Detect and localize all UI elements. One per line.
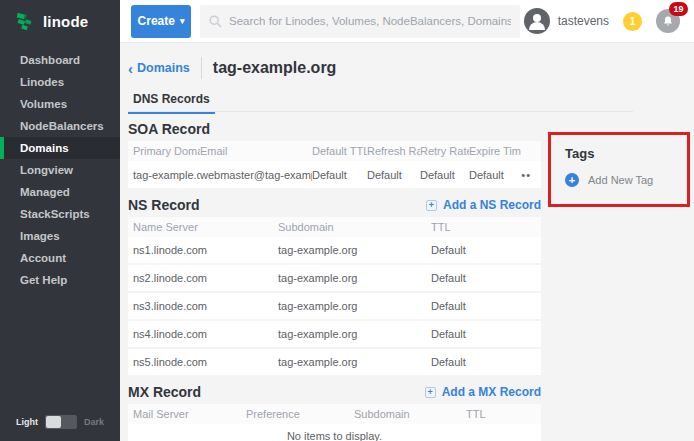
sidebar-item-managed[interactable]: Managed [0, 181, 120, 203]
soa-col-primary-domain: Primary Domain [133, 141, 200, 161]
breadcrumb: ‹ Domains tag-example.org [128, 55, 694, 81]
linode-logo-text: linode [43, 13, 88, 30]
ns-section-title: NS Record [128, 197, 200, 213]
ns-ttl-value: Default [431, 293, 541, 319]
mx-col-preference: Preference [246, 404, 354, 424]
ns-table-row: ns4.linode.com tag-example.org Default [128, 321, 541, 349]
topbar: Create ▾ tastevens 1 19 [120, 0, 694, 43]
soa-col-default-ttl: Default TTL [312, 141, 367, 161]
add-ns-record-label: Add a NS Record [443, 198, 541, 212]
chevron-left-icon: ‹ [128, 61, 133, 76]
search-input[interactable] [229, 15, 511, 27]
events-badge[interactable]: 1 [623, 12, 642, 31]
chevron-down-icon: ▾ [180, 17, 185, 26]
sidebar-item-stackscripts[interactable]: StackScripts [0, 203, 120, 225]
ns-name-server-value: ns3.linode.com [133, 293, 278, 319]
ns-subdomain-value: tag-example.org [278, 293, 431, 319]
sidebar-item-images[interactable]: Images [0, 225, 120, 247]
main-content: ‹ Domains tag-example.org DNS Records SO… [120, 43, 694, 441]
ns-subdomain-value: tag-example.org [278, 321, 431, 347]
ns-table-header: Name Server Subdomain TTL [128, 217, 541, 237]
ns-ttl-value: Default [431, 237, 541, 263]
ns-subdomain-value: tag-example.org [278, 265, 431, 291]
tab-bar: DNS Records [128, 89, 633, 112]
linode-logo-icon [14, 11, 36, 33]
sidebar-item-get-help[interactable]: Get Help [0, 269, 120, 291]
ns-name-server-value: ns4.linode.com [133, 321, 278, 347]
soa-actions-menu-icon[interactable]: ••• [521, 161, 541, 188]
breadcrumb-back-link[interactable]: ‹ Domains [128, 61, 190, 76]
add-mx-record-button[interactable]: + Add a MX Record [425, 385, 541, 399]
username[interactable]: tastevens [558, 14, 609, 28]
page-title: tag-example.org [213, 59, 337, 77]
soa-table: Primary Domain Email Default TTL Refresh… [128, 141, 541, 188]
ns-name-server-value: ns2.linode.com [133, 265, 278, 291]
sidebar-item-account[interactable]: Account [0, 247, 120, 269]
theme-light-label: Light [16, 417, 38, 427]
theme-toggle-switch[interactable] [45, 415, 77, 429]
sidebar-item-nodebalancers[interactable]: NodeBalancers [0, 115, 120, 137]
tab-dns-records[interactable]: DNS Records [128, 92, 215, 114]
ns-col-subdomain: Subdomain [278, 217, 431, 237]
theme-dark-label: Dark [84, 417, 104, 427]
theme-toggle-knob[interactable] [46, 416, 61, 428]
ns-table-row: ns3.linode.com tag-example.org Default [128, 293, 541, 321]
sidebar-item-domains[interactable]: Domains [0, 137, 120, 159]
notifications-button[interactable]: 19 [656, 9, 680, 33]
soa-expire-time-value: Default [469, 161, 521, 188]
add-new-tag-button[interactable]: + Add New Tag [565, 173, 687, 187]
sidebar-item-longview[interactable]: Longview [0, 159, 120, 181]
theme-toggle-row: Light Dark [16, 415, 104, 429]
plus-square-icon: + [426, 200, 437, 211]
breadcrumb-back-label: Domains [137, 61, 190, 75]
tags-panel-highlight: Tags + Add New Tag [548, 132, 690, 207]
soa-col-retry-rate: Retry Rate [420, 141, 469, 161]
soa-email-value: webmaster@tag-example.org [200, 161, 312, 188]
avatar[interactable] [524, 8, 550, 34]
ns-section: NS Record + Add a NS Record Name Server … [128, 197, 694, 375]
sidebar-item-volumes[interactable]: Volumes [0, 93, 120, 115]
ns-ttl-value: Default [431, 349, 541, 375]
sidebar-item-linodes[interactable]: Linodes [0, 71, 120, 93]
mx-col-mail-server: Mail Server [133, 404, 246, 424]
ns-name-server-value: ns5.linode.com [133, 349, 278, 375]
ns-col-name-server: Name Server [133, 217, 278, 237]
ns-table-row: ns1.linode.com tag-example.org Default [128, 237, 541, 265]
ns-ttl-value: Default [431, 265, 541, 291]
user-area: tastevens 1 19 [524, 8, 686, 34]
user-icon [524, 8, 550, 34]
add-new-tag-label: Add New Tag [588, 174, 653, 186]
sidebar-nav: Dashboard Linodes Volumes NodeBalancers … [0, 49, 120, 291]
mx-table-header: Mail Server Preference Subdomain TTL [128, 404, 541, 424]
soa-refresh-rate-value: Default [367, 161, 420, 188]
add-ns-record-button[interactable]: + Add a NS Record [426, 198, 541, 212]
ns-subdomain-value: tag-example.org [278, 237, 431, 263]
search-icon [209, 15, 222, 28]
ns-col-ttl: TTL [431, 217, 541, 237]
search-bar[interactable] [200, 5, 520, 38]
soa-table-row: tag-example.org webmaster@tag-example.or… [128, 161, 541, 188]
soa-col-expire-time: Expire Time [469, 141, 521, 161]
ns-ttl-value: Default [431, 321, 541, 347]
soa-col-refresh-rate: Refresh Rate [367, 141, 420, 161]
soa-retry-rate-value: Default [420, 161, 469, 188]
plus-square-icon: + [425, 387, 436, 398]
ns-table-row: ns2.linode.com tag-example.org Default [128, 265, 541, 293]
soa-table-header: Primary Domain Email Default TTL Refresh… [128, 141, 541, 161]
ns-name-server-value: ns1.linode.com [133, 237, 278, 263]
ns-table: Name Server Subdomain TTL ns1.linode.com… [128, 217, 541, 375]
soa-col-email: Email [200, 141, 312, 161]
create-button[interactable]: Create ▾ [131, 5, 191, 38]
plus-circle-icon: + [565, 173, 579, 187]
ns-subdomain-value: tag-example.org [278, 349, 431, 375]
mx-table: Mail Server Preference Subdomain TTL No … [128, 404, 541, 441]
soa-default-ttl-value: Default [312, 161, 367, 188]
mx-col-subdomain: Subdomain [354, 404, 466, 424]
ns-table-row: ns5.linode.com tag-example.org Default [128, 349, 541, 375]
mx-col-ttl: TTL [466, 404, 541, 424]
sidebar-item-dashboard[interactable]: Dashboard [0, 49, 120, 71]
breadcrumb-divider [201, 57, 202, 79]
add-mx-record-label: Add a MX Record [442, 385, 541, 399]
create-button-label: Create [138, 14, 175, 28]
linode-logo[interactable]: linode [0, 0, 120, 43]
